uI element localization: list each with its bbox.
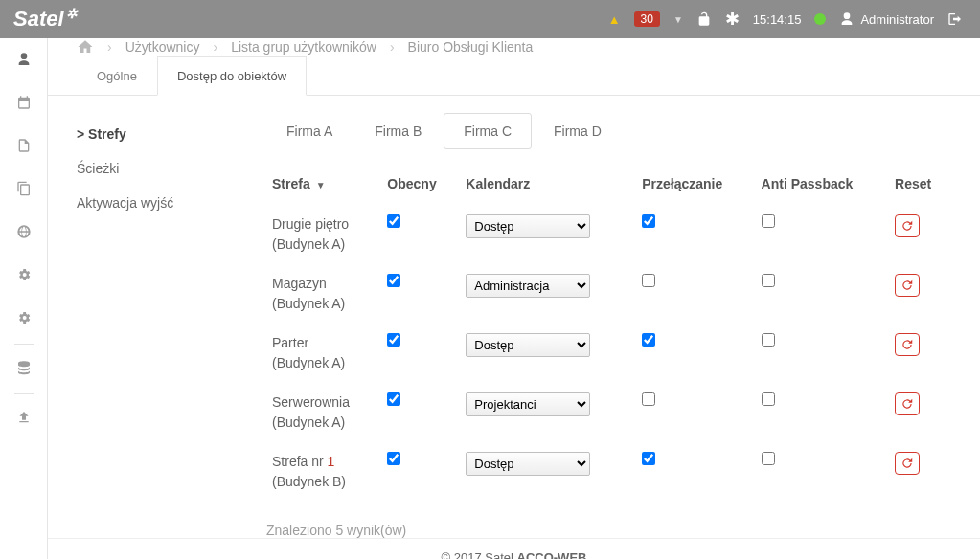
company-tabs: Firma A Firma B Firma C Firma D — [266, 113, 951, 149]
main-tabs: Ogólne Dostęp do obiektów — [48, 56, 980, 96]
toggle-checkbox[interactable] — [642, 333, 655, 347]
user-icon — [839, 11, 855, 27]
tab-object-access[interactable]: Dostęp do obiektów — [157, 56, 307, 96]
subtab-firma-b[interactable]: Firma B — [354, 113, 442, 149]
zones-table: Strefa▼ Obecny Kalendarz Przełączanie An… — [266, 168, 951, 502]
col-reset[interactable]: Reset — [889, 168, 951, 205]
nav-globe[interactable] — [16, 224, 32, 242]
breadcrumb: › Użytkownicy › Lista grup użytkowników … — [48, 38, 980, 56]
sidemenu-output-activation[interactable]: Aktywacja wyjść — [77, 186, 249, 220]
table-row: Strefa nr 1(Budynek B)Dostęp — [266, 442, 951, 502]
reset-button[interactable] — [895, 452, 920, 475]
footer-copy: © 2017 Satel — [442, 550, 517, 559]
anti-passback-checkbox[interactable] — [762, 333, 775, 347]
breadcrumb-current: Biuro Obsługi Klienta — [408, 39, 534, 55]
present-checkbox[interactable] — [387, 214, 400, 228]
app-header: Satel✲ ▲ 30 ▼ ✱ 15:14:15 Administrator — [0, 0, 980, 38]
zone-name: Parter(Budynek A) — [272, 333, 376, 373]
col-anti-passback[interactable]: Anti Passback — [756, 168, 889, 205]
logout-icon[interactable] — [947, 11, 963, 27]
user-name: Administrator — [860, 12, 934, 27]
reset-button[interactable] — [895, 274, 920, 297]
calendar-select[interactable]: Dostęp — [466, 214, 590, 238]
table-row: Magazyn(Budynek A)Administracja — [266, 264, 951, 324]
col-zone-label: Strefa — [272, 176, 310, 191]
logo-text: Satel — [13, 7, 64, 32]
footer: © 2017 Satel ACCO-WEB 1.30.028 — [48, 538, 980, 559]
warning-icon[interactable]: ▲ — [608, 12, 621, 27]
col-toggle[interactable]: Przełączanie — [636, 168, 755, 205]
nav-separator-2 — [14, 393, 34, 394]
dropdown-caret-icon[interactable]: ▼ — [673, 14, 683, 25]
anti-passback-checkbox[interactable] — [762, 392, 775, 406]
header-right: ▲ 30 ▼ ✱ 15:14:15 Administrator — [608, 9, 963, 30]
present-checkbox[interactable] — [387, 274, 400, 287]
sidemenu-prefix: > — [77, 126, 84, 142]
user-menu[interactable]: Administrator — [839, 11, 934, 27]
left-nav — [0, 38, 48, 559]
sidemenu-label: Strefy — [88, 126, 126, 142]
reset-button[interactable] — [895, 333, 920, 356]
content-sidemenu: > Strefy Ścieżki Aktywacja wyjść — [77, 96, 249, 538]
footer-product: ACCO-WEB — [517, 550, 587, 559]
home-icon[interactable] — [77, 38, 94, 56]
anti-passback-checkbox[interactable] — [762, 274, 775, 287]
nav-users[interactable] — [16, 52, 32, 70]
notification-badge[interactable]: 30 — [634, 11, 660, 27]
subtab-firma-d[interactable]: Firma D — [534, 113, 622, 149]
sidemenu-zones[interactable]: > Strefy — [77, 117, 249, 151]
chevron-right-icon: › — [107, 39, 112, 55]
zone-name: Strefa nr 1(Budynek B) — [272, 452, 376, 492]
nav-database[interactable] — [16, 360, 32, 378]
nav-document[interactable] — [16, 138, 32, 156]
sidemenu-paths[interactable]: Ścieżki — [77, 151, 249, 186]
nav-separator — [14, 344, 34, 345]
chevron-right-icon: › — [213, 39, 217, 55]
nav-gear[interactable] — [16, 310, 32, 328]
col-zone[interactable]: Strefa▼ — [266, 168, 381, 205]
gear-icon: ✲ — [66, 6, 78, 21]
zone-name: Serwerownia(Budynek A) — [272, 392, 376, 433]
subtab-firma-a[interactable]: Firma A — [266, 113, 353, 149]
nav-calendar[interactable] — [16, 95, 32, 113]
calendar-select[interactable]: Dostęp — [466, 452, 590, 476]
present-checkbox[interactable] — [387, 333, 400, 347]
nav-upload[interactable] — [16, 410, 32, 428]
present-checkbox[interactable] — [387, 392, 400, 406]
zone-number-link[interactable]: 1 — [328, 454, 335, 469]
nav-cogs[interactable] — [16, 267, 32, 285]
unlock-icon[interactable] — [696, 11, 712, 27]
tab-general[interactable]: Ogólne — [77, 56, 157, 96]
status-online-icon — [814, 13, 826, 25]
present-checkbox[interactable] — [387, 452, 400, 465]
nav-copy[interactable] — [16, 181, 32, 199]
calendar-select[interactable]: Dostęp — [466, 333, 590, 357]
calendar-select[interactable]: Administracja — [466, 274, 590, 298]
toggle-checkbox[interactable] — [642, 452, 655, 465]
chevron-right-icon: › — [390, 39, 395, 55]
toggle-checkbox[interactable] — [642, 392, 655, 406]
toggle-checkbox[interactable] — [642, 214, 655, 228]
sort-indicator-icon: ▼ — [316, 180, 326, 190]
calendar-select[interactable]: Projektanci — [466, 392, 590, 416]
anti-passback-checkbox[interactable] — [762, 214, 775, 228]
anti-passback-checkbox[interactable] — [762, 452, 775, 465]
table-row: Serwerownia(Budynek A)Projektanci — [266, 383, 951, 442]
table-row: Parter(Budynek A)Dostęp — [266, 324, 951, 383]
toggle-checkbox[interactable] — [642, 274, 655, 287]
results-count: Znaleziono 5 wynik(ów) — [266, 523, 951, 538]
breadcrumb-groups-list[interactable]: Lista grup użytkowników — [231, 39, 376, 55]
subtab-firma-c[interactable]: Firma C — [444, 113, 532, 149]
zone-name: Magazyn(Budynek A) — [272, 274, 376, 314]
reset-button[interactable] — [895, 392, 920, 415]
breadcrumb-users[interactable]: Użytkownicy — [125, 39, 200, 55]
asterisk-icon[interactable]: ✱ — [725, 9, 740, 30]
col-present[interactable]: Obecny — [381, 168, 460, 205]
logo: Satel✲ — [13, 7, 78, 32]
reset-button[interactable] — [895, 214, 920, 237]
table-row: Drugie piętro(Budynek A)Dostęp — [266, 205, 951, 264]
zone-name: Drugie piętro(Budynek A) — [272, 214, 376, 255]
clock-time: 15:14:15 — [753, 12, 802, 27]
col-calendar[interactable]: Kalendarz — [460, 168, 636, 205]
